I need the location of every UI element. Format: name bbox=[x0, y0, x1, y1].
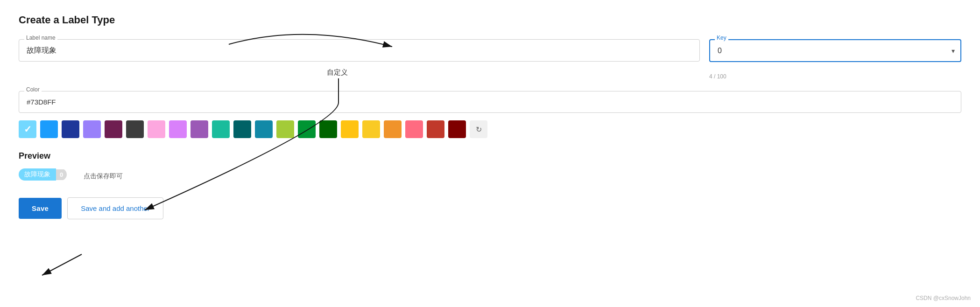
label-name-field: Label name bbox=[19, 39, 700, 62]
preview-tag-label: 故障现象 bbox=[19, 168, 56, 181]
preview-title: Preview bbox=[19, 151, 961, 161]
color-swatch-2[interactable] bbox=[62, 120, 79, 138]
preview-section: Preview 故障现象 0 点击保存即可 bbox=[19, 151, 961, 184]
preview-tag: 故障现象 0 bbox=[19, 168, 67, 181]
preview-hint: 点击保存即可 bbox=[84, 172, 123, 181]
preview-tag-count: 0 bbox=[56, 169, 67, 180]
watermark: CSDN @cxSnowJohn bbox=[916, 295, 971, 301]
char-count: 4 / 100 bbox=[709, 73, 961, 80]
color-swatch-4[interactable] bbox=[105, 120, 122, 138]
color-input[interactable] bbox=[19, 91, 961, 113]
label-name-input[interactable] bbox=[19, 39, 700, 62]
key-select[interactable]: 0 1 2 3 bbox=[709, 39, 961, 62]
color-swatch-11[interactable] bbox=[255, 120, 273, 138]
color-swatch-6[interactable] bbox=[148, 120, 165, 138]
color-swatches: ✓↻ bbox=[19, 120, 961, 138]
key-select-wrapper: 0 1 2 3 ▾ bbox=[709, 39, 961, 62]
save-button[interactable]: Save bbox=[19, 198, 62, 219]
color-swatch-1[interactable] bbox=[40, 120, 58, 138]
color-swatch-9[interactable] bbox=[212, 120, 230, 138]
actions-row: Save Save and add another bbox=[19, 197, 961, 219]
color-swatch-12[interactable] bbox=[276, 120, 294, 138]
color-swatch-14[interactable] bbox=[319, 120, 337, 138]
color-label: Color bbox=[24, 86, 42, 93]
save-and-add-another-button[interactable]: Save and add another bbox=[67, 197, 163, 219]
color-swatch-18[interactable] bbox=[405, 120, 423, 138]
key-field: Key 0 1 2 3 ▾ bbox=[709, 39, 961, 62]
color-swatch-5[interactable] bbox=[126, 120, 144, 138]
color-swatch-19[interactable] bbox=[427, 120, 444, 138]
color-swatch-15[interactable] bbox=[341, 120, 359, 138]
color-swatch-3[interactable] bbox=[83, 120, 101, 138]
color-swatch-0[interactable]: ✓ bbox=[19, 120, 36, 138]
key-label: Key bbox=[715, 35, 728, 41]
label-name-label: Label name bbox=[24, 35, 57, 41]
color-swatch-20[interactable] bbox=[448, 120, 466, 138]
color-swatch-10[interactable] bbox=[233, 120, 251, 138]
color-field: Color bbox=[19, 91, 961, 113]
color-swatch-8[interactable] bbox=[190, 120, 208, 138]
color-swatch-17[interactable] bbox=[384, 120, 402, 138]
color-swatch-7[interactable] bbox=[169, 120, 187, 138]
color-swatch-21[interactable]: ↻ bbox=[470, 120, 487, 138]
page-title: Create a Label Type bbox=[19, 14, 961, 26]
color-swatch-16[interactable] bbox=[362, 120, 380, 138]
color-swatch-13[interactable] bbox=[298, 120, 316, 138]
